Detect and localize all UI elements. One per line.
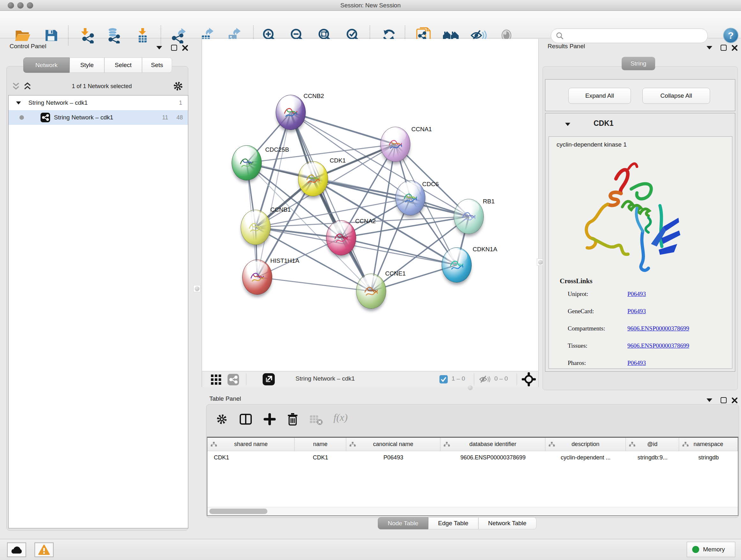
network-view-toolbar: String Network – cdk1 1 – 0 0 – 0 bbox=[202, 371, 539, 387]
import-table-button[interactable] bbox=[134, 27, 151, 44]
tab-select[interactable]: Select bbox=[105, 57, 142, 73]
network-edge[interactable] bbox=[291, 112, 371, 291]
network-list-toolbar: 1 of 1 Network selected bbox=[8, 79, 188, 94]
left-splitter-handle[interactable] bbox=[193, 285, 200, 292]
network-node-CDC6[interactable] bbox=[395, 180, 425, 215]
gear-icon[interactable] bbox=[172, 80, 184, 92]
help-button[interactable]: ? bbox=[723, 28, 738, 43]
crosslink-label: Uniprot: bbox=[568, 291, 627, 298]
column-header-namespace[interactable]: namespace bbox=[679, 438, 738, 451]
network-edge[interactable] bbox=[341, 238, 457, 265]
table-panel-close-button[interactable] bbox=[731, 397, 738, 403]
search-icon bbox=[556, 32, 564, 40]
results-panel-float-button[interactable] bbox=[721, 45, 727, 51]
tab-edge-table[interactable]: Edge Table bbox=[428, 517, 478, 530]
network-status-dot bbox=[19, 115, 24, 120]
network-node-CDK1[interactable] bbox=[298, 161, 328, 196]
birds-eye-crosshair-icon[interactable] bbox=[522, 372, 536, 386]
control-panel-float-button[interactable] bbox=[171, 45, 177, 51]
warnings-button[interactable] bbox=[35, 543, 54, 557]
network-canvas[interactable]: CCNB2CCNA1CDC25BCDK1CDC6RB1CCNB1CCNA2CDK… bbox=[202, 39, 539, 371]
network-edge[interactable] bbox=[291, 112, 395, 144]
crosslink-pharos-link[interactable]: P06493 bbox=[627, 360, 646, 367]
network-row-selected[interactable]: String Network – cdk1 11 48 bbox=[9, 110, 188, 125]
import-network-from-database-button[interactable] bbox=[105, 27, 122, 44]
node-label-CCNB2: CCNB2 bbox=[304, 92, 324, 100]
protein-squiggle bbox=[246, 219, 265, 237]
network-node-CCNA2[interactable] bbox=[326, 220, 356, 255]
network-node-CCNA1[interactable] bbox=[381, 127, 410, 162]
tab-network-table[interactable]: Network Table bbox=[478, 517, 536, 530]
column-header-name[interactable]: name bbox=[294, 438, 346, 451]
column-header-canonical-name[interactable]: canonical name bbox=[346, 438, 441, 451]
network-node-CCNE1[interactable] bbox=[356, 273, 386, 309]
network-view-icon[interactable] bbox=[227, 374, 239, 385]
column-header-description[interactable]: description bbox=[545, 438, 625, 451]
crosslink-uniprot-link[interactable]: P06493 bbox=[627, 291, 646, 298]
results-panel-menu-button[interactable] bbox=[706, 46, 712, 50]
network-node-CCNB2[interactable] bbox=[276, 95, 306, 130]
export-network-icon bbox=[171, 27, 187, 44]
network-node-CDC25B[interactable] bbox=[232, 145, 262, 180]
tab-node-table[interactable]: Node Table bbox=[378, 517, 428, 530]
cloud-status-button[interactable] bbox=[7, 543, 26, 557]
open-session-button[interactable] bbox=[14, 27, 31, 44]
export-network-button[interactable] bbox=[170, 27, 187, 44]
tab-string[interactable]: String bbox=[622, 57, 655, 70]
network-edge[interactable] bbox=[257, 277, 371, 291]
network-node-CDKN1A[interactable] bbox=[442, 247, 472, 283]
control-panel-close-button[interactable] bbox=[182, 45, 188, 51]
table-panel-float-button[interactable] bbox=[721, 397, 727, 403]
expand-all-button[interactable]: Expand All bbox=[568, 88, 631, 104]
crosslink-row: Tissues:9606.ENSP00000378699 bbox=[549, 342, 732, 360]
gene-disclosure-icon[interactable] bbox=[565, 123, 570, 126]
table-horizontal-scrollbar[interactable] bbox=[207, 507, 738, 515]
node-label-CDKN1A: CDKN1A bbox=[473, 246, 497, 253]
grid-view-icon[interactable] bbox=[210, 374, 222, 385]
collection-disclosure-icon[interactable] bbox=[16, 101, 21, 104]
table-options-gear-icon[interactable] bbox=[215, 413, 228, 426]
network-edge[interactable] bbox=[257, 112, 291, 277]
protein-squiggle bbox=[362, 282, 381, 301]
selected-count: 1 – 0 bbox=[452, 375, 465, 382]
column-header-@id[interactable]: @id bbox=[626, 438, 679, 451]
crosslink-genecard-link[interactable]: P06493 bbox=[627, 308, 646, 315]
expand-all-icon[interactable] bbox=[23, 82, 31, 90]
show-columns-icon[interactable] bbox=[239, 413, 253, 426]
toolbar-separator bbox=[517, 373, 517, 385]
tab-sets[interactable]: Sets bbox=[142, 57, 172, 73]
selected-checkbox-icon[interactable] bbox=[440, 375, 448, 383]
import-network-button[interactable] bbox=[78, 27, 96, 44]
column-header-shared-name[interactable]: shared name bbox=[207, 438, 294, 451]
scrollbar-thumb[interactable] bbox=[209, 509, 267, 514]
column-type-tree-icon bbox=[210, 442, 217, 447]
table-row[interactable]: CDK1CDK1P064939606.ENSP00000378699cyclin… bbox=[207, 451, 738, 464]
tab-network[interactable]: Network bbox=[23, 57, 70, 73]
node-label-CCNA2: CCNA2 bbox=[355, 218, 376, 225]
node-label-HIST1H1A: HIST1H1A bbox=[270, 257, 299, 264]
node-label-CCNA1: CCNA1 bbox=[411, 126, 432, 133]
network-node-HIST1H1A[interactable] bbox=[242, 260, 272, 295]
control-panel-menu-button[interactable] bbox=[156, 46, 162, 50]
results-panel-close-button[interactable] bbox=[731, 45, 738, 51]
add-column-icon[interactable] bbox=[263, 413, 276, 426]
column-header-database-identifier[interactable]: database identifier bbox=[441, 438, 545, 451]
database-icon bbox=[105, 27, 121, 44]
delete-column-trash-icon[interactable] bbox=[286, 412, 299, 426]
horizontal-splitter-dot[interactable] bbox=[468, 385, 473, 390]
network-node-CCNB1[interactable] bbox=[241, 210, 271, 245]
detach-view-icon[interactable] bbox=[263, 373, 275, 385]
search-input[interactable] bbox=[564, 33, 698, 39]
crosslink-compartments-link[interactable]: 9606.ENSP00000378699 bbox=[627, 325, 689, 332]
memory-button[interactable]: Memory bbox=[687, 542, 735, 557]
tab-style[interactable]: Style bbox=[70, 57, 105, 73]
crosslink-tissues-link[interactable]: 9606.ENSP00000378699 bbox=[627, 342, 689, 349]
collapse-all-button[interactable]: Collapse All bbox=[643, 88, 710, 104]
search-field[interactable] bbox=[551, 28, 708, 43]
table-panel-menu-button[interactable] bbox=[706, 398, 712, 402]
save-session-button[interactable] bbox=[43, 27, 60, 44]
network-node-RB1[interactable] bbox=[454, 199, 484, 234]
network-collection-row[interactable]: String Network – cdk1 1 bbox=[9, 96, 188, 110]
collapse-all-icon[interactable] bbox=[12, 82, 20, 90]
gene-name: CDK1 bbox=[594, 119, 614, 128]
